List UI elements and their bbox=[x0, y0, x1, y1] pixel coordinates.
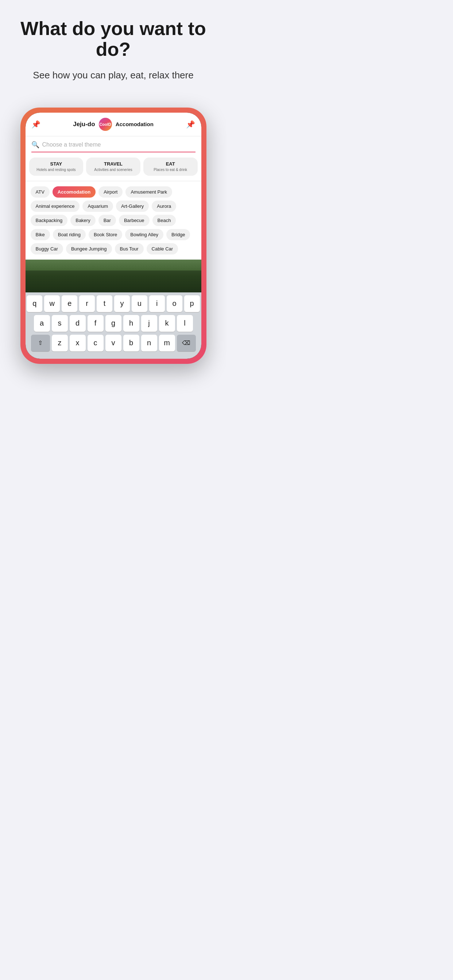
tag-bar[interactable]: Bar bbox=[99, 215, 116, 226]
tab-stay-subtitle: Hotels and resting spots bbox=[32, 167, 81, 172]
delete-key[interactable]: ⌫ bbox=[177, 335, 196, 352]
tab-travel-title: TRAVEL bbox=[89, 161, 137, 167]
key-b[interactable]: b bbox=[123, 335, 139, 352]
pin-left-icon: 📌 bbox=[31, 120, 40, 129]
tag-bridge[interactable]: Bridge bbox=[166, 229, 190, 240]
key-x[interactable]: x bbox=[70, 335, 86, 352]
tag-bakery[interactable]: Bakery bbox=[70, 215, 95, 226]
tag-bike[interactable]: Bike bbox=[30, 229, 50, 240]
key-s[interactable]: s bbox=[52, 315, 68, 332]
key-z[interactable]: z bbox=[52, 335, 68, 352]
key-q[interactable]: q bbox=[27, 295, 42, 312]
hero-section: What do you want to do? See how you can … bbox=[0, 0, 226, 93]
tag-airport[interactable]: Airport bbox=[99, 186, 123, 197]
key-k[interactable]: k bbox=[159, 315, 175, 332]
key-g[interactable]: g bbox=[105, 315, 121, 332]
key-y[interactable]: y bbox=[114, 295, 130, 312]
search-placeholder[interactable]: Choose a travel theme bbox=[42, 142, 196, 148]
tag-book-store[interactable]: Book Store bbox=[89, 229, 122, 240]
tag-art-gallery[interactable]: Art-Gallery bbox=[116, 200, 149, 212]
tag-aurora[interactable]: Aurora bbox=[152, 200, 176, 212]
tag-bus-tour[interactable]: Bus Tour bbox=[115, 243, 144, 255]
cool-logo: CoolD bbox=[99, 118, 112, 131]
key-e[interactable]: e bbox=[62, 295, 77, 312]
keyboard-row-1: q w e r t y u i o p bbox=[27, 295, 200, 312]
tab-eat-subtitle: Places to eat & drink bbox=[146, 167, 195, 172]
accommodation-label: Accomodation bbox=[116, 121, 153, 127]
tag-accomodation[interactable]: Accomodation bbox=[53, 186, 96, 197]
key-t[interactable]: t bbox=[97, 295, 112, 312]
hero-title: What do you want to do? bbox=[11, 18, 215, 60]
search-container: 🔍 Choose a travel theme bbox=[26, 136, 201, 153]
key-p[interactable]: p bbox=[184, 295, 200, 312]
tag-bowling-alley[interactable]: Bowling Alley bbox=[125, 229, 163, 240]
tag-aquarium[interactable]: Aquarium bbox=[83, 200, 113, 212]
phone-inner: 📌 Jeju-do CoolD Accomodation 📌 🔍 Choose … bbox=[26, 113, 201, 359]
pin-right-icon: 📌 bbox=[186, 120, 195, 129]
tag-beach[interactable]: Beach bbox=[152, 215, 176, 226]
app-header: 📌 Jeju-do CoolD Accomodation 📌 bbox=[26, 113, 201, 136]
tag-animal-experience[interactable]: Animal experience bbox=[30, 200, 80, 212]
search-box[interactable]: 🔍 Choose a travel theme bbox=[31, 141, 196, 153]
key-u[interactable]: u bbox=[132, 295, 147, 312]
tab-stay-title: STAY bbox=[32, 161, 81, 167]
scenery-background bbox=[26, 259, 201, 293]
location-label: Jeju-do bbox=[73, 121, 95, 128]
tags-container: ATV Accomodation Airport Amusement Park … bbox=[26, 181, 201, 259]
key-r[interactable]: r bbox=[79, 295, 95, 312]
tag-barbecue[interactable]: Barbecue bbox=[119, 215, 150, 226]
tab-travel-subtitle: Activities and sceneries bbox=[89, 167, 137, 172]
keyboard-row-3: ⇧ z x c v b n m ⌫ bbox=[27, 335, 200, 352]
key-a[interactable]: a bbox=[34, 315, 50, 332]
key-j[interactable]: j bbox=[141, 315, 157, 332]
key-l[interactable]: l bbox=[177, 315, 193, 332]
key-c[interactable]: c bbox=[88, 335, 104, 352]
tag-backpacking[interactable]: Backpacking bbox=[30, 215, 68, 226]
logo-text: CoolD bbox=[99, 122, 111, 127]
key-n[interactable]: n bbox=[141, 335, 157, 352]
header-center: Jeju-do CoolD Accomodation bbox=[73, 118, 153, 131]
shift-key[interactable]: ⇧ bbox=[31, 335, 50, 352]
key-d[interactable]: d bbox=[70, 315, 86, 332]
tab-eat[interactable]: EAT Places to eat & drink bbox=[144, 158, 198, 176]
tag-bungee-jumping[interactable]: Bungee Jumping bbox=[66, 243, 112, 255]
tab-travel[interactable]: TRAVEL Activities and sceneries bbox=[86, 158, 140, 176]
tag-boat-riding[interactable]: Boat riding bbox=[53, 229, 86, 240]
tag-amusement-park[interactable]: Amusement Park bbox=[126, 186, 172, 197]
search-icon: 🔍 bbox=[31, 141, 39, 149]
tab-eat-title: EAT bbox=[146, 161, 195, 167]
keyboard-row-2: a s d f g h j k l bbox=[27, 315, 200, 332]
key-h[interactable]: h bbox=[123, 315, 139, 332]
key-v[interactable]: v bbox=[105, 335, 121, 352]
key-m[interactable]: m bbox=[159, 335, 175, 352]
key-f[interactable]: f bbox=[88, 315, 104, 332]
key-w[interactable]: w bbox=[44, 295, 60, 312]
keyboard: q w e r t y u i o p a s d f g bbox=[26, 293, 201, 359]
category-tabs: STAY Hotels and resting spots TRAVEL Act… bbox=[26, 153, 201, 181]
tag-buggy-car[interactable]: Buggy Car bbox=[30, 243, 63, 255]
phone-mockup: 📌 Jeju-do CoolD Accomodation 📌 🔍 Choose … bbox=[0, 108, 226, 379]
tag-cable-car[interactable]: Cable Car bbox=[147, 243, 179, 255]
tag-atv[interactable]: ATV bbox=[30, 186, 49, 197]
tab-stay[interactable]: STAY Hotels and resting spots bbox=[29, 158, 83, 176]
key-i[interactable]: i bbox=[149, 295, 165, 312]
hero-subtitle: See how you can play, eat, relax there bbox=[11, 68, 215, 82]
key-o[interactable]: o bbox=[167, 295, 182, 312]
phone-outer: 📌 Jeju-do CoolD Accomodation 📌 🔍 Choose … bbox=[21, 108, 206, 364]
